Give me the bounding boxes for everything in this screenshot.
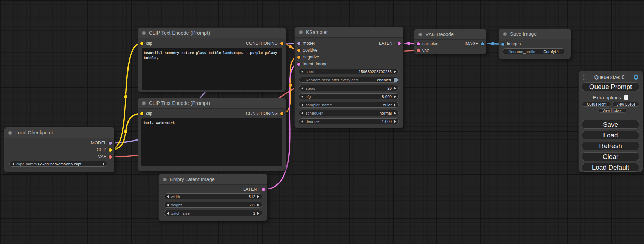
widget-label: width [171, 195, 180, 199]
node-title-bar[interactable]: Save Image [499, 29, 571, 39]
increment-arrow[interactable] [394, 112, 396, 115]
view-history-button[interactable]: View History [598, 108, 626, 113]
widget-label: Random seed after every gen [306, 78, 358, 82]
load-button[interactable]: Load [582, 131, 639, 139]
input-dot-samples[interactable] [417, 42, 420, 45]
gear-icon[interactable] [633, 74, 639, 80]
decrement-arrow[interactable] [301, 103, 303, 106]
queue-front-button[interactable]: Queue Front [582, 102, 611, 107]
widget-scheduler[interactable]: scheduler normal [299, 110, 399, 116]
input-dot-clip[interactable] [140, 112, 143, 115]
node-empty-latent-image[interactable]: Empty Latent Image LATENT width 512 heig… [159, 174, 267, 221]
input-dot-clip[interactable] [140, 42, 143, 45]
widget-batch-size[interactable]: batch_size 1 [164, 210, 262, 216]
decrement-arrow[interactable] [167, 212, 169, 215]
node-vae-decode[interactable]: VAE Decode samples IMAGE vae [414, 29, 486, 54]
queue-prompt-button[interactable]: Queue Prompt [582, 82, 639, 91]
widget-label: height [171, 203, 182, 207]
view-queue-button[interactable]: View Queue [612, 102, 639, 107]
decrement-arrow[interactable] [12, 163, 14, 165]
widget-value: euler [383, 103, 392, 107]
input-row-images: images [499, 40, 571, 47]
increment-arrow[interactable] [103, 163, 105, 165]
increment-arrow[interactable] [394, 87, 396, 90]
collapse-dot[interactable] [142, 101, 146, 105]
input-label-images: images [507, 42, 521, 46]
increment-arrow[interactable] [257, 212, 259, 215]
node-title-bar[interactable]: KSampler [295, 27, 403, 38]
node-load-checkpoint[interactable]: Load Checkpoint MODEL CLIP VAE ckpt_name… [4, 127, 114, 172]
widget-ckpt-name[interactable]: ckpt_name v1-5-pruned-emaonly.ckpt [9, 161, 107, 167]
refresh-button[interactable]: Refresh [582, 142, 639, 150]
prompt-text-input[interactable]: beautiful scenery nature glass bottle la… [142, 48, 282, 90]
widget-height[interactable]: height 512 [164, 202, 262, 208]
node-title-bar[interactable]: Empty Latent Image [159, 174, 267, 185]
node-ksampler[interactable]: KSampler model LATENT positive negative … [295, 27, 403, 128]
output-dot-image[interactable] [481, 42, 484, 45]
output-dot-latent[interactable] [398, 42, 401, 45]
decrement-arrow[interactable] [167, 204, 169, 206]
output-dot-conditioning[interactable] [280, 112, 283, 115]
node-title-bar[interactable]: CLIP Text Encode (Prompt) [138, 98, 286, 109]
decrement-arrow[interactable] [301, 95, 303, 98]
input-dot-latent-image[interactable] [297, 63, 300, 66]
output-dot-clip[interactable] [109, 148, 112, 152]
increment-arrow[interactable] [257, 204, 259, 206]
node-clip-text-encode-negative[interactable]: CLIP Text Encode (Prompt) clip CONDITION… [138, 98, 286, 171]
input-dot-positive[interactable] [297, 49, 300, 52]
input-label-latent-image: latent_image [303, 62, 328, 66]
save-button[interactable]: Save [582, 120, 639, 129]
widget-value: 20 [387, 86, 392, 90]
collapse-dot[interactable] [503, 32, 507, 36]
input-dot-model[interactable] [297, 42, 300, 45]
widget-value: normal [380, 111, 392, 115]
decrement-arrow[interactable] [301, 120, 303, 123]
load-default-button[interactable]: Load Default [582, 163, 639, 172]
collapse-dot[interactable] [8, 131, 12, 135]
input-dot-vae[interactable] [417, 49, 420, 52]
collapse-dot[interactable] [142, 31, 146, 35]
increment-arrow[interactable] [394, 95, 396, 98]
collapse-dot[interactable] [163, 178, 167, 181]
output-dot-model[interactable] [109, 142, 112, 145]
extra-options-checkbox[interactable] [624, 95, 628, 100]
output-dot-vae[interactable] [109, 155, 112, 159]
decrement-arrow[interactable] [301, 70, 303, 73]
widget-steps[interactable]: steps 20 [299, 85, 399, 91]
input-label-positive: positive [303, 48, 317, 53]
node-clip-text-encode-positive[interactable]: CLIP Text Encode (Prompt) clip CONDITION… [138, 28, 286, 92]
node-save-image[interactable]: Save Image images filename_prefix ComfyU… [499, 29, 571, 59]
widget-cfg[interactable]: cfg 8.000 [299, 93, 399, 99]
widget-denoise[interactable]: denoise 1.000 [299, 118, 399, 124]
output-dot-latent[interactable] [262, 188, 265, 191]
input-dot-images[interactable] [501, 43, 504, 46]
collapse-dot[interactable] [418, 33, 422, 36]
node-title-bar[interactable]: VAE Decode [414, 29, 486, 40]
increment-arrow[interactable] [394, 120, 396, 123]
clear-button[interactable]: Clear [582, 152, 639, 161]
prompt-text-input[interactable]: text, watermark [141, 118, 282, 166]
widget-width[interactable]: width 512 [164, 193, 262, 199]
widget-seed[interactable]: seed 156680208700286 [299, 69, 399, 74]
input-label-samples: samples [422, 41, 439, 46]
widget-value: 1.000 [382, 119, 392, 124]
input-label-clip: clip [146, 111, 152, 116]
decrement-arrow[interactable] [301, 112, 303, 115]
widget-sampler-name[interactable]: sampler_name euler [299, 102, 399, 108]
output-dot-conditioning[interactable] [280, 42, 283, 45]
widget-filename-prefix[interactable]: filename_prefix ComfyUI [503, 48, 565, 54]
increment-arrow[interactable] [394, 70, 396, 73]
widget-value: 1 [253, 211, 255, 215]
node-title-bar[interactable]: CLIP Text Encode (Prompt) [138, 28, 286, 38]
widget-random-seed-toggle[interactable]: Random seed after every gen enabled [299, 77, 399, 83]
decrement-arrow[interactable] [167, 195, 169, 198]
node-title: Empty Latent Image [170, 177, 215, 182]
increment-arrow[interactable] [257, 195, 259, 198]
toggle-dot[interactable] [394, 78, 398, 82]
increment-arrow[interactable] [394, 103, 396, 106]
drag-handle-icon[interactable] [582, 74, 586, 80]
collapse-dot[interactable] [299, 30, 303, 34]
decrement-arrow[interactable] [301, 87, 303, 90]
node-title-bar[interactable]: Load Checkpoint [4, 127, 114, 138]
input-dot-negative[interactable] [297, 56, 300, 59]
